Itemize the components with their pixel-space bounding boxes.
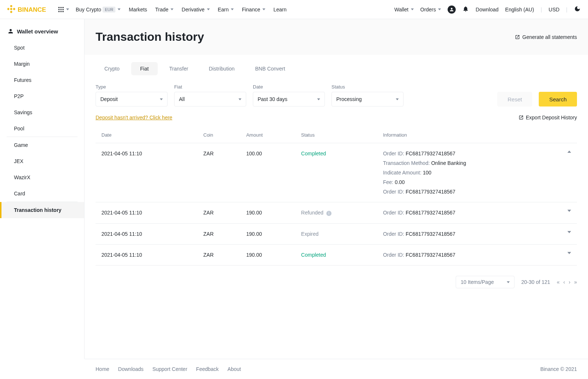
cell-status: Expired [295,224,377,245]
pager-next[interactable]: › [569,279,571,285]
generate-statements-link[interactable]: Generate all statements [515,34,577,40]
tab-bnb-convert[interactable]: BNB Convert [246,62,294,75]
cell-information: Order ID: FC681779327418567 [377,224,562,245]
footer-support[interactable]: Support Center [153,366,187,372]
top-header: BINANCE Buy Crypto EUR Markets Trade Der… [0,0,588,19]
page-range: 20-30 of 121 [521,279,550,285]
footer-copyright: Binance © 2021 [540,366,577,372]
cell-status: Completed [295,245,377,266]
svg-rect-2 [10,7,12,10]
search-button[interactable]: Search [539,92,577,107]
nav-markets[interactable]: Markets [129,7,147,12]
sidebar-item-futures[interactable]: Futures [7,72,78,88]
nav-currency[interactable]: USD [549,7,560,12]
sidebar-item-jex[interactable]: JEX [7,153,78,169]
nav-trade[interactable]: Trade [155,7,173,12]
nav-orders[interactable]: Orders [420,7,441,12]
cell-date: 2021-04-05 11:10 [96,245,197,266]
pager-prev[interactable]: ‹ [563,279,565,285]
sidebar-item-spot[interactable]: Spot [7,40,78,56]
cell-amount: 190.00 [240,224,295,245]
tab-distribution[interactable]: Distribution [200,62,243,75]
svg-rect-11 [62,9,64,10]
footer-feedback[interactable]: Feedback [196,366,219,372]
main-nav: Buy Crypto EUR Markets Trade Derivative … [76,7,287,12]
filter-status-select[interactable]: Processing [331,92,404,107]
filter-date-select[interactable]: Past 30 days [253,92,325,107]
separator: | [566,7,567,12]
footer-downloads[interactable]: Downloads [118,366,143,372]
header-right: Wallet Orders Download English (AU) | US… [394,6,581,14]
bell-icon[interactable] [462,6,469,13]
info-icon[interactable]: i [326,211,331,216]
filter-fiat-select[interactable]: All [174,92,246,107]
sidebar-item-savings[interactable]: Savings [7,104,78,120]
nav-learn[interactable]: Learn [273,7,287,12]
nav-buy-crypto[interactable]: Buy Crypto EUR [76,7,121,12]
items-per-page-select[interactable]: 10 Items/Page [456,276,514,288]
sidebar-item-wazirx[interactable]: WazirX [7,169,78,185]
svg-rect-14 [62,11,64,12]
chevron-down-icon [160,98,163,100]
chevron-down-icon [262,8,265,10]
chevron-down-icon [231,8,234,10]
nav-wallet[interactable]: Wallet [394,7,413,12]
cell-date: 2021-04-05 11:10 [96,224,197,245]
reset-button[interactable]: Reset [497,92,532,107]
chevron-down-icon [411,8,414,10]
nav-derivative[interactable]: Derivative [182,7,209,12]
sidebar-item-card[interactable]: Card [7,185,78,202]
cell-coin: ZAR [197,143,240,202]
chevron-down-icon [171,8,173,10]
cell-date: 2021-04-05 11:10 [96,202,197,224]
col-coin: Coin [197,127,240,143]
sidebar-title[interactable]: Wallet overview [0,26,84,40]
sidebar-item-margin[interactable]: Margin [7,56,78,72]
pager-last[interactable]: » [574,279,577,285]
tab-transfer[interactable]: Transfer [161,62,197,75]
pagination: 10 Items/Page 20-30 of 121 « ‹ › » [96,276,577,288]
nav-earn[interactable]: Earn [218,7,234,12]
tab-crypto[interactable]: Crypto [96,62,128,75]
nav-finance[interactable]: Finance [242,7,265,12]
svg-rect-7 [61,7,62,8]
transactions-table: Date Coin Amount Status Information 2021… [96,127,577,266]
row-expand-toggle[interactable] [567,210,571,212]
footer-home[interactable]: Home [96,366,109,372]
sidebar-item-transaction-history[interactable]: Transaction history [0,202,84,218]
filter-type-select[interactable]: Deposit [96,92,168,107]
footer: Home Downloads Support Center Feedback A… [85,359,588,379]
svg-text:BINANCE: BINANCE [18,6,46,13]
cell-amount: 190.00 [240,245,295,266]
sidebar: Wallet overview Spot Margin Futures P2P … [0,19,85,359]
tab-fiat[interactable]: Fiat [131,62,157,75]
table-row: 2021-04-05 11:10 ZAR 190.00 Expired Orde… [96,224,577,245]
row-expand-toggle[interactable] [567,231,571,233]
cell-date: 2021-04-05 11:10 [96,143,197,202]
user-avatar[interactable] [448,6,456,14]
theme-toggle[interactable] [574,6,581,13]
pager-first[interactable]: « [557,279,560,285]
table-row: 2021-04-05 11:10 ZAR 190.00 Refunded i O… [96,202,577,224]
nav-label: Buy Crypto [76,7,101,12]
svg-rect-6 [58,7,60,8]
cell-coin: ZAR [197,202,240,224]
sidebar-item-pool[interactable]: Pool [7,120,78,137]
footer-about[interactable]: About [227,366,241,372]
filter-date-label: Date [253,84,325,90]
export-deposit-history-link[interactable]: Export Deposit History [519,115,577,120]
col-information: Information [377,127,562,143]
nav-download[interactable]: Download [476,7,498,12]
binance-logo[interactable]: BINANCE [7,5,51,14]
deposit-not-arrived-link[interactable]: Deposit hasn't arrived? Click here [96,115,172,120]
nav-language[interactable]: English (AU) [505,7,534,12]
sidebar-item-game[interactable]: Game [7,137,78,153]
row-expand-toggle[interactable] [567,151,571,153]
chevron-down-icon [239,98,241,100]
table-row: 2021-04-05 11:10 ZAR 100.00 Completed Or… [96,143,577,202]
row-expand-toggle[interactable] [567,252,571,254]
apps-menu[interactable] [58,7,69,12]
sidebar-item-p2p[interactable]: P2P [7,88,78,104]
external-link-icon [515,35,520,40]
col-date: Date [96,127,197,143]
